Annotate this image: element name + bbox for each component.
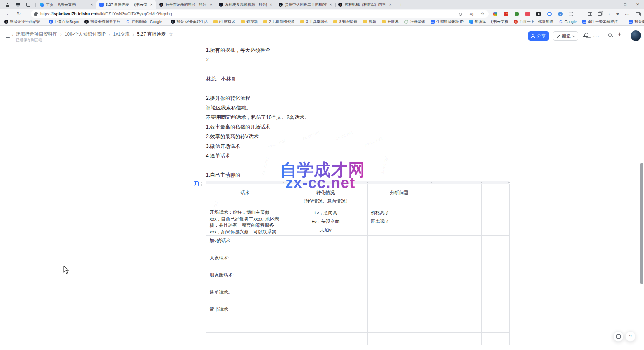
refresh-ext-icon[interactable] <box>569 12 573 16</box>
more-icon[interactable]: ··· <box>593 33 600 39</box>
table-header-cell[interactable]: 分析问题 <box>368 184 431 206</box>
close-icon[interactable]: ✕ <box>269 3 273 7</box>
split-screen-icon[interactable] <box>588 12 592 16</box>
bookmark[interactable]: G谷歌翻译 - Google... <box>126 19 165 25</box>
table-cell[interactable] <box>368 236 431 333</box>
table-cell[interactable]: 开场话术：你好，我们主要做xxx，目前已经服务了xxxx+地区老板，并且还有一整… <box>206 206 284 236</box>
breadcrumb-item[interactable]: 100-个人知识付费IP <box>65 31 106 37</box>
vertical-tabs-icon[interactable] <box>25 2 31 8</box>
table-cell[interactable] <box>284 236 368 333</box>
copilot-sidebar-icon[interactable] <box>636 12 641 16</box>
doc-line[interactable]: 1.所有的挖机，每天必须检查 <box>206 46 515 55</box>
doc-line[interactable]: 不要用固定的话术，私信了10个人。2套话术。 <box>206 113 515 122</box>
bookmark[interactable]: 视频 <box>363 19 376 25</box>
zoom-icon[interactable] <box>459 13 462 16</box>
tab-douyin-2[interactable]: ♪ 发现更多精彩视频 - 抖音搜索 ✕ <box>216 0 276 9</box>
tab-douyin-1[interactable]: ♪ 行舟在记录的抖音 - 抖音 ✕ <box>156 0 216 9</box>
table-icon[interactable] <box>194 181 199 186</box>
play-ext-icon[interactable]: ▸ <box>558 12 563 16</box>
share-button[interactable]: 分享 <box>528 31 549 41</box>
table-cell[interactable] <box>431 236 482 333</box>
doc-line[interactable]: 2. <box>206 55 515 65</box>
bookmark[interactable]: 百百度一下，你就知道 <box>514 19 553 25</box>
table-cell[interactable] <box>284 333 368 345</box>
table-header-cell[interactable] <box>482 184 510 206</box>
favorite-star-icon[interactable]: ☆ <box>480 11 484 17</box>
bookmark[interactable]: 行舟星球 <box>404 19 425 25</box>
scrollbar-up-arrow[interactable]: ▲ <box>639 36 642 38</box>
profile-icon[interactable] <box>5 2 10 8</box>
table-cell[interactable]: +v，意向高 +v，每没意向 未加v <box>284 206 368 236</box>
star-icon[interactable]: ☆ <box>169 31 173 37</box>
tab-douyin-3[interactable]: ♪ 贵州中达同创二手挖机的抖音 - ✕ <box>276 0 335 9</box>
bookmark[interactable]: ♪抖音-记录美好生活 <box>171 19 208 25</box>
plus-icon[interactable]: + <box>618 30 621 38</box>
help-button[interactable]: ? <box>625 331 636 342</box>
doc-line[interactable] <box>206 84 515 94</box>
green-ext-icon[interactable] <box>515 12 519 16</box>
feedback-button[interactable] <box>613 331 624 342</box>
bookmark[interactable]: GGoogle <box>559 20 577 24</box>
bookmark[interactable]: 开眼界 <box>382 19 399 25</box>
doc-line[interactable]: 2.提升你的转化流程 <box>206 94 515 103</box>
table-header-cell[interactable]: 话术 <box>206 184 284 206</box>
read-aloud-icon[interactable]: A) <box>469 12 473 16</box>
timer-ext-icon[interactable]: 1.1s <box>504 12 508 16</box>
more-icon[interactable]: ··· <box>625 12 630 16</box>
close-button[interactable]: ✕ <box>631 0 644 9</box>
bookmark[interactable]: 3.工具类网站 <box>300 19 328 25</box>
table-cell[interactable] <box>482 333 510 345</box>
breadcrumb-item[interactable]: 泛海行舟项目资料库 <box>16 31 57 37</box>
tab-douyin-4[interactable]: ♪ 君林机械（林辉军）的抖音 - 抖 ✕ <box>335 0 395 9</box>
close-icon[interactable]: ✕ <box>150 3 153 7</box>
maximize-button[interactable]: □ <box>619 0 631 9</box>
bookmark[interactable]: ♪抖音企业号商家管... <box>4 19 43 25</box>
table-cell[interactable] <box>482 206 510 236</box>
edit-button[interactable]: 编辑 <box>553 31 578 41</box>
address-bar[interactable]: https://lspknkwu7b.feishu.cn/wiki/CZ1YwN… <box>31 10 489 18</box>
refresh-button[interactable]: ↻ <box>17 11 21 16</box>
new-tab-button[interactable]: + <box>399 2 403 8</box>
drag-handle-icon[interactable] <box>201 182 202 183</box>
sidebar-toggle-icon[interactable] <box>6 33 13 38</box>
close-icon[interactable]: ✕ <box>329 3 332 7</box>
browser-essentials-icon[interactable]: ♥ <box>616 12 619 16</box>
breadcrumb-current[interactable]: 5.27 直播连麦 <box>137 31 165 37</box>
table-cell[interactable]: 加v的话术 人设话术: 朋友圈话术: 逼单话术。 背书话术 <box>206 236 284 333</box>
collections-icon[interactable] <box>598 12 602 16</box>
red-ext-icon[interactable] <box>525 12 530 16</box>
doc-line[interactable]: 3.微信开场话术 <box>206 142 515 151</box>
bookmark[interactable]: 短视频 <box>241 19 258 25</box>
table-header-cell[interactable] <box>431 184 482 206</box>
tab-active-doc[interactable]: 5.27 直播连麦 - 飞书云文档 ✕ <box>96 0 156 9</box>
table-cell[interactable] <box>482 236 510 333</box>
blue-ring-ext-icon[interactable] <box>547 12 552 16</box>
doc-line[interactable]: 林总、小林哥 <box>206 74 515 84</box>
bookmark[interactable]: B巨量百应Buyin <box>49 19 79 25</box>
bookmark[interactable]: 2.后期制作资源 <box>263 19 295 25</box>
table-cell[interactable] <box>431 206 482 236</box>
table-cell[interactable] <box>431 333 482 345</box>
table-cell[interactable] <box>206 333 284 345</box>
close-icon[interactable]: ✕ <box>388 3 392 7</box>
close-icon[interactable]: ✕ <box>209 3 213 7</box>
bookmark[interactable]: 抖音老板 IP | 实战.. <box>629 19 644 25</box>
breadcrumb-item[interactable]: 1v1交流 <box>113 31 130 37</box>
close-icon[interactable]: ✕ <box>90 3 94 7</box>
scrollbar-thumb[interactable] <box>640 163 643 284</box>
bookmark[interactable]: 知识库 - 飞书云文档 <box>469 19 508 25</box>
table-cell[interactable] <box>368 333 431 345</box>
downloads-icon[interactable]: ↓ <box>608 12 611 16</box>
doc-line[interactable]: 评论区线索私信戳。 <box>206 103 515 113</box>
colorful-ext-icon[interactable] <box>493 12 497 16</box>
bookmark[interactable]: 401.一些零碎想法 -... <box>582 19 624 25</box>
panda-ext-icon[interactable] <box>536 12 541 16</box>
doc-line[interactable]: 2.效率的最高的转V话术 <box>206 132 515 142</box>
doc-line[interactable] <box>206 65 515 74</box>
minimize-button[interactable]: – <box>606 0 619 9</box>
workspaces-icon[interactable] <box>15 2 21 8</box>
bookmark[interactable]: ♪抖音创作服务平台 <box>84 19 120 25</box>
doc-line[interactable]: 1.效率最高的私戳的开场话术 <box>206 122 515 132</box>
tab-feishu-home[interactable]: 主页 - 飞书云文档 ✕ <box>37 0 96 9</box>
bookmark[interactable]: 8.知识星球 <box>333 19 357 25</box>
